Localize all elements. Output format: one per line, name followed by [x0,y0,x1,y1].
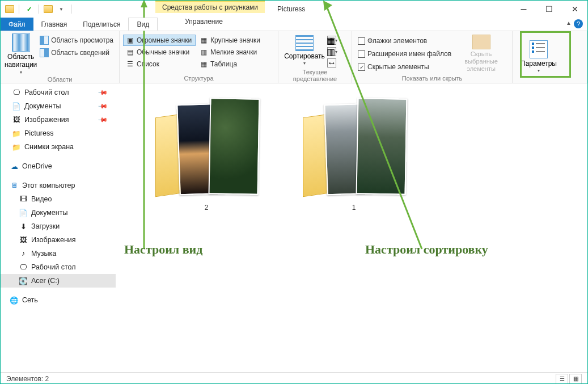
ribbon-group-current-view: Сортировать ▾ ▦▾ ▥▾ ↔ Текущее представле… [278,31,352,83]
nav-quick-item[interactable]: 📁Picturess [1,126,116,140]
ribbon-group-layout: ▣ Огромные значки ▦ Крупные значки ▤ Обы… [120,31,278,83]
details-pane-button[interactable]: Область сведений [37,47,116,58]
ribbon-group-show-hide: Флажки элементов Расширения имен файлов … [352,31,513,83]
folder-item[interactable]: 2 [150,88,263,212]
details-view-button[interactable]: ☰ [556,374,568,384]
minimize-button[interactable]: ─ [511,1,536,18]
group-label-options [516,81,583,83]
folder-label: 2 [205,204,209,212]
qat-customize-dropdown[interactable]: ▼ [56,4,66,14]
nav-item-label: Picturess [24,129,53,137]
content-area[interactable]: 21 Настроил вид Настроил сортировку [116,83,587,372]
nav-this-pc[interactable]: 🖥 Этот компьютер [1,179,116,192]
nav-item-icon: 🖼 [12,115,21,124]
help-icon[interactable]: ? [574,19,583,28]
folder-icon [5,5,14,13]
computer-icon: 🖥 [10,181,19,190]
nav-pc-item[interactable]: ⬇Загрузки [1,220,116,233]
hide-selected-icon [472,35,490,49]
nav-item-label: Изображения [31,236,76,244]
group-by-button[interactable]: ▦▾ [327,36,336,45]
quick-access-toolbar: ✓ ▼ [1,4,73,14]
nav-item-icon: 🖼 [19,235,28,244]
size-columns-button[interactable]: ↔ [327,58,336,67]
nav-pc-item[interactable]: 💽Acer (C:) [1,274,116,288]
layout-list[interactable]: ☰ Список [123,58,196,70]
folder-thumbnail [297,88,411,201]
group-label-panes: Области [4,75,116,84]
layout-table-label: Таблица [210,60,237,68]
close-button[interactable]: ✕ [562,1,587,18]
large-icons-icon: ▦ [199,36,208,45]
tab-manage[interactable]: Управление [155,18,252,26]
nav-item-label: Рабочий стол [24,88,69,96]
nav-pc-item[interactable]: ♪Музыка [1,247,116,260]
annotation-text-sort: Настроил сортировку [365,242,488,257]
layout-huge-icons[interactable]: ▣ Огромные значки [123,35,196,46]
qat-separator [71,5,71,14]
tab-home[interactable]: Главная [33,18,75,31]
details-pane-label: Область сведений [51,49,109,57]
preview-pane-button[interactable]: Область просмотра [37,35,116,46]
details-pane-icon [40,48,49,57]
small-icons-icon: ▥ [199,48,208,57]
file-extensions-toggle[interactable]: Расширения имен файлов [356,49,454,59]
hidden-items-toggle[interactable]: ✓ Скрытые элементы [356,62,454,72]
folder-label: 1 [352,204,356,212]
workspace: 🖵Рабочий стол📌📄Документы📌🖼Изображения📌📁P… [1,83,587,372]
add-columns-button[interactable]: ▥▾ [327,47,336,56]
group-label-current-view: Текущее представление [282,67,348,83]
nav-quick-item[interactable]: 🖼Изображения📌 [1,113,116,126]
navigation-pane-button[interactable]: Область навигации ▾ [4,33,37,75]
nav-pc-item[interactable]: 🎞Видео [1,192,116,206]
layout-huge-label: Огромные значки [137,36,192,44]
options-button[interactable]: Параметры ▾ [516,33,561,81]
tab-share[interactable]: Поделиться [75,18,128,31]
maximize-button[interactable]: ☐ [536,1,562,18]
collapse-ribbon-button[interactable]: ▲ [566,20,572,26]
tab-view[interactable]: Вид [128,18,158,31]
layout-list-label: Список [137,60,159,68]
nav-item-icon: 🎞 [19,195,28,204]
layout-table[interactable]: ▦ Таблица [197,58,269,70]
nav-item-label: Изображения [24,116,69,124]
status-item-count: 2 [45,375,49,383]
layout-small-icons[interactable]: ▥ Мелкие значки [197,47,269,58]
nav-onedrive[interactable]: ☁ OneDrive [1,159,116,173]
nav-network[interactable]: 🌐 Сеть [1,293,116,307]
nav-onedrive-label: OneDrive [22,162,52,170]
preview-pane-label: Область просмотра [51,36,113,44]
navigation-pane-icon [12,33,30,52]
nav-pc-item[interactable]: 🖵Рабочий стол [1,260,116,274]
layout-large-icons[interactable]: ▦ Крупные значки [197,35,269,46]
nav-pc-item[interactable]: 🖼Изображения [1,233,116,247]
checkbox-icon [358,37,365,45]
sort-icon [295,35,314,51]
window-title: Picturess [277,5,305,13]
nav-pc-item[interactable]: 📄Документы [1,206,116,220]
nav-item-icon: ♪ [19,249,28,258]
nav-quick-item[interactable]: 📁Снимки экрана [1,140,116,154]
thumbnails-view-button[interactable]: ▦ [569,374,582,384]
properties-qat-button[interactable]: ✓ [24,4,34,14]
item-checkboxes-toggle[interactable]: Флажки элементов [356,36,454,46]
hide-selected-label: Скрыть выбранные элементы [454,50,509,73]
pin-icon: 📌 [97,87,108,98]
ribbon-group-panes: Область навигации ▾ Область просмотра Об… [1,31,120,83]
nav-item-label: Документы [31,209,67,217]
nav-quick-item[interactable]: 📄Документы📌 [1,99,116,113]
checkbox-checked-icon: ✓ [358,64,365,71]
navigation-pane[interactable]: 🖵Рабочий стол📌📄Документы📌🖼Изображения📌📁P… [1,83,116,372]
nav-quick-item[interactable]: 🖵Рабочий стол📌 [1,86,116,99]
nav-item-label: Acer (C:) [31,277,60,285]
nav-item-icon: ⬇ [19,222,28,231]
folder-item[interactable]: 1 [297,88,411,212]
window-controls: ─ ☐ ✕ [511,1,587,18]
tab-file[interactable]: Файл [1,18,33,31]
new-folder-qat-button[interactable] [44,5,53,13]
onedrive-icon: ☁ [10,162,19,171]
options-icon [530,40,548,58]
sort-button[interactable]: Сортировать ▾ [282,33,327,67]
layout-medium-icons[interactable]: ▤ Обычные значки [123,47,196,58]
options-label: Параметры [521,60,557,67]
